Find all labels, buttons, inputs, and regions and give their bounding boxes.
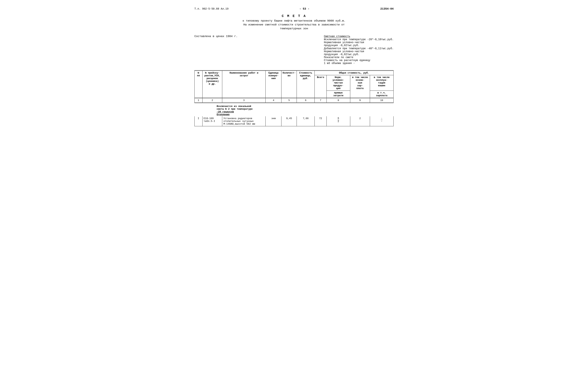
col-header-8-bot: прямыезатрати	[326, 91, 350, 98]
page-number: - 53 -	[299, 7, 309, 10]
cost-title: Сметная стоимость	[324, 35, 394, 38]
col-header-10-top: в том числеэксплуа-тациямашин	[370, 75, 393, 91]
col-header-6: Стоимостьединицы,руб.	[297, 71, 315, 98]
header-left-text: Т.п. 902-5-50.88 Ал.19	[194, 7, 229, 10]
subtitle-2: На изменение сметной стоимости строитель…	[194, 23, 394, 26]
doc-number: 21354-04	[380, 7, 394, 10]
indicators-label: Показатели по смете	[324, 56, 394, 59]
col-header-3: Наименование работ изатрат	[222, 71, 266, 98]
compiled-info: Составлена в ценах 1984 г.	[194, 35, 238, 38]
main-title: С М Е Т А	[194, 14, 394, 18]
dash-numerator: -	[381, 117, 382, 120]
temperature-label: -20 градусов	[217, 110, 234, 113]
col-header-4: Единицаизмере-ния	[266, 71, 282, 98]
row-col2: E18-109табл.5-I	[202, 116, 222, 126]
dash-denominator: -	[381, 120, 382, 123]
row-col6: 7,66	[297, 116, 315, 126]
page-header: Т.п. 902-5-50.88 Ал.19 - 53 - 21354-04	[194, 7, 394, 10]
row-col8: 6 2	[326, 116, 350, 126]
row-col7: 72	[315, 116, 326, 126]
colnum-9: 9	[350, 98, 370, 103]
fraction-numerator: 6	[337, 117, 339, 120]
section-header-row: Исключается из локальной сметы № 2 при т…	[195, 103, 394, 116]
col-header-8-top: Норм.условно-чистаяпродук-ция	[326, 75, 350, 91]
col-header-total-label: Общая стоимость, руб.	[315, 71, 394, 75]
colnum-10: 10	[370, 98, 393, 103]
col-header-7: Всего	[315, 75, 326, 98]
cost-info: Сметная стоимость Исключается при темпер…	[324, 35, 394, 65]
col-header-5: Количест-во	[282, 71, 297, 98]
row-col5: 9,45	[282, 116, 297, 126]
colnum-3: 3	[222, 98, 266, 103]
doc-ref: Т.п. 902-5-50.88 Ал.19	[194, 7, 229, 10]
colnum-6: 6	[297, 98, 315, 103]
column-numbers-row: 1 2 3 4 5 6 7 8 9 10	[195, 98, 394, 103]
norm-value2: продукция -0,02тыс.руб.	[324, 53, 394, 56]
dash-fraction: - -	[371, 117, 392, 123]
col-header-1: №пп	[195, 71, 202, 98]
heating-label: Отопление	[217, 113, 230, 116]
row-col1: I	[195, 116, 202, 126]
subtitle-3: температурных зон	[194, 27, 394, 30]
cost-per-unit: Стоимость на расчетную единицу	[324, 59, 394, 62]
add-temp40: Добавляется при температуре -40⁰-0,11тыс…	[324, 47, 394, 50]
fraction-denominator: 2	[337, 120, 339, 123]
colnum-2: 2	[202, 98, 222, 103]
colnum-4: 4	[266, 98, 282, 103]
norm-label2: Нормативная условно-чистая	[324, 50, 394, 53]
row-col4: экм	[266, 116, 282, 126]
col-header-2: № прейску-рантов,УСН,расценок(ценника)и …	[202, 71, 222, 98]
row-col3: Установка радиаторовотопительных чугунны…	[222, 116, 266, 126]
colnum-7: 7	[315, 98, 326, 103]
title-section: С М Е Т А к типовому проекту башни лифта…	[194, 14, 394, 30]
norm-label1: Нормативная условно-чистая	[324, 41, 394, 44]
norm-value1: продукция -0,02тыс.руб.	[324, 44, 394, 47]
row-col10: - -	[370, 116, 393, 126]
volume-unit: 1 м3 объема здания -	[324, 62, 394, 65]
subtitle-1: к типовому проекту башни лифта метантенк…	[194, 19, 394, 22]
table-row: I E18-109табл.5-I Установка радиаторовот…	[195, 116, 394, 126]
main-table: №пп № прейску-рантов,УСН,расценок(ценник…	[194, 70, 394, 126]
table-header-row: №пп № прейску-рантов,УСН,расценок(ценник…	[195, 71, 394, 75]
colnum-8: 8	[326, 98, 350, 103]
colnum-1: 1	[195, 98, 202, 103]
fraction-value: 6 2	[328, 117, 349, 123]
section-header-text: Исключается из локальной сметы № 2 при т…	[195, 103, 394, 116]
info-section: Составлена в ценах 1984 г. Сметная стоим…	[194, 35, 394, 65]
row-col9: 2	[350, 116, 370, 126]
exclude-temp20: Исключается при температуре -20⁰-0,10тыс…	[324, 38, 394, 41]
col-header-9: в том числеоснов-наязар-плата	[350, 75, 370, 98]
col-header-10-bot: в т.ч.зарплата	[370, 91, 393, 98]
colnum-5: 5	[282, 98, 297, 103]
